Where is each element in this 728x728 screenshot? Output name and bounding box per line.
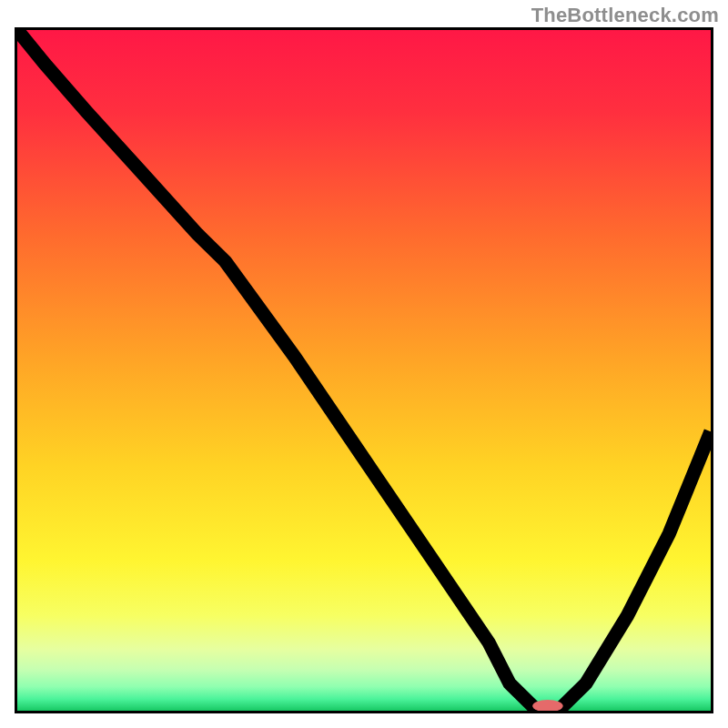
background-rect: [17, 30, 711, 711]
watermark-text: TheBottleneck.com: [531, 4, 719, 27]
chart-frame: TheBottleneck.com: [0, 0, 728, 728]
chart-svg: [17, 30, 711, 711]
plot-area: [15, 27, 713, 713]
